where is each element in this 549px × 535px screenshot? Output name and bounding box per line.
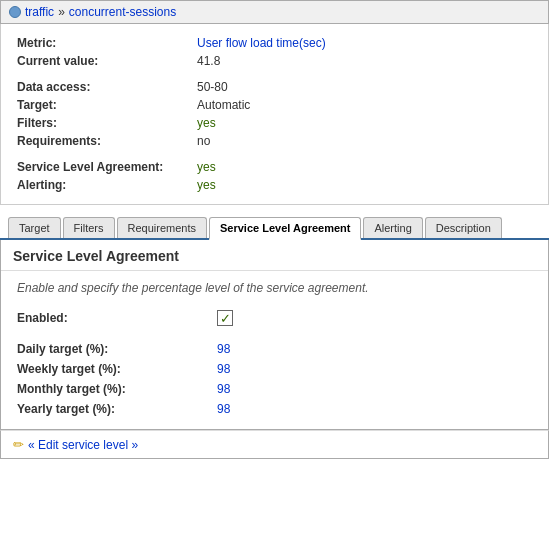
enabled-label: Enabled: xyxy=(17,311,217,325)
sla-panel: Service Level Agreement Enable and speci… xyxy=(0,240,549,430)
yearly-label: Yearly target (%): xyxy=(17,402,217,416)
data-access-row: Data access: 50-80 xyxy=(17,78,532,96)
requirements-label: Requirements: xyxy=(17,134,197,148)
filters-label: Filters: xyxy=(17,116,197,130)
metric-row: Metric: User flow load time(sec) xyxy=(17,34,532,52)
filters-row: Filters: yes xyxy=(17,114,532,132)
monthly-row: Monthly target (%): 98 xyxy=(17,379,532,399)
target-label: Target: xyxy=(17,98,197,112)
data-access-label: Data access: xyxy=(17,80,197,94)
header-bar: traffic » concurrent-sessions xyxy=(0,0,549,24)
tabs-container: Target Filters Requirements Service Leve… xyxy=(0,215,549,240)
monthly-label: Monthly target (%): xyxy=(17,382,217,396)
header-circle-icon xyxy=(9,6,21,18)
daily-value: 98 xyxy=(217,342,532,356)
metric-value: User flow load time(sec) xyxy=(197,36,532,50)
panel-description: Enable and specify the percentage level … xyxy=(17,281,532,295)
target-row: Target: Automatic xyxy=(17,96,532,114)
sla-row: Service Level Agreement: yes xyxy=(17,158,532,176)
breadcrumb-separator: » xyxy=(58,5,65,19)
tab-description[interactable]: Description xyxy=(425,217,502,238)
tab-filters[interactable]: Filters xyxy=(63,217,115,238)
requirements-row: Requirements: no xyxy=(17,132,532,150)
breadcrumb-traffic[interactable]: traffic xyxy=(25,5,54,19)
current-value-label: Current value: xyxy=(17,54,197,68)
breadcrumb-sessions[interactable]: concurrent-sessions xyxy=(69,5,176,19)
edit-service-level-link[interactable]: « Edit service level » xyxy=(28,438,138,452)
pencil-icon: ✏ xyxy=(13,437,24,452)
weekly-value: 98 xyxy=(217,362,532,376)
sla-value: yes xyxy=(197,160,532,174)
sla-label: Service Level Agreement: xyxy=(17,160,197,174)
current-value: 41.8 xyxy=(197,54,532,68)
daily-row: Daily target (%): 98 xyxy=(17,339,532,359)
footer-bar: ✏ « Edit service level » xyxy=(0,430,549,459)
tab-sla[interactable]: Service Level Agreement xyxy=(209,217,361,240)
requirements-value: no xyxy=(197,134,532,148)
weekly-row: Weekly target (%): 98 xyxy=(17,359,532,379)
current-value-row: Current value: 41.8 xyxy=(17,52,532,70)
data-access-value: 50-80 xyxy=(197,80,532,94)
target-value: Automatic xyxy=(197,98,532,112)
alerting-value: yes xyxy=(197,178,532,192)
tab-alerting[interactable]: Alerting xyxy=(363,217,422,238)
monthly-value: 98 xyxy=(217,382,532,396)
enabled-row: Enabled: ✓ xyxy=(17,307,532,329)
info-section: Metric: User flow load time(sec) Current… xyxy=(0,24,549,205)
weekly-label: Weekly target (%): xyxy=(17,362,217,376)
yearly-row: Yearly target (%): 98 xyxy=(17,399,532,419)
daily-label: Daily target (%): xyxy=(17,342,217,356)
panel-body: Enable and specify the percentage level … xyxy=(1,271,548,429)
filters-value: yes xyxy=(197,116,532,130)
tab-requirements[interactable]: Requirements xyxy=(117,217,207,238)
enabled-checkbox[interactable]: ✓ xyxy=(217,310,233,326)
tab-target[interactable]: Target xyxy=(8,217,61,238)
metric-label: Metric: xyxy=(17,36,197,50)
alerting-row: Alerting: yes xyxy=(17,176,532,194)
alerting-label: Alerting: xyxy=(17,178,197,192)
panel-title: Service Level Agreement xyxy=(1,240,548,271)
yearly-value: 98 xyxy=(217,402,532,416)
